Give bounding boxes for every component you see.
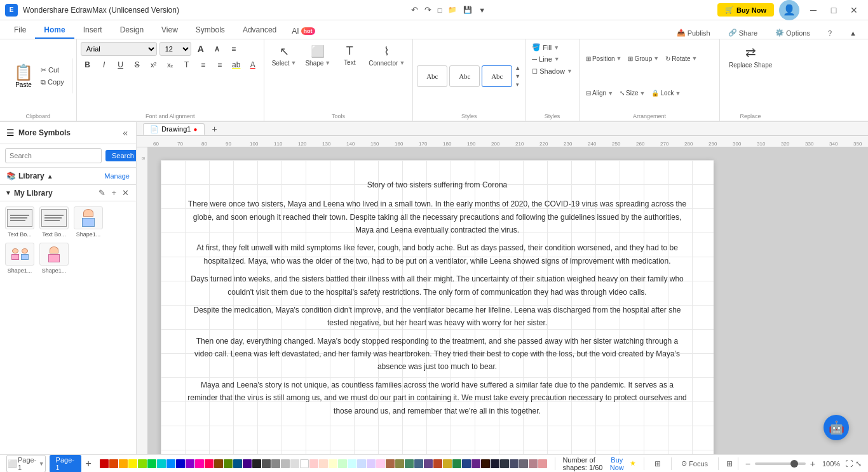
- focus-button[interactable]: ⊙ Focus: [679, 458, 710, 469]
- superscript-button[interactable]: x²: [147, 58, 161, 72]
- color-swatch-plum[interactable]: [424, 459, 433, 468]
- thumbnail-item-1[interactable]: Text Bo...: [5, 206, 34, 238]
- minimize-button[interactable]: ─: [804, 1, 822, 19]
- align-button[interactable]: ⊟ Align ▼: [583, 88, 616, 98]
- decrease-font-button[interactable]: A: [210, 42, 224, 56]
- color-swatch-mauve[interactable]: [519, 459, 528, 468]
- color-swatch-light-cyan[interactable]: [348, 459, 356, 468]
- user-avatar[interactable]: 👤: [779, 0, 799, 20]
- color-swatch-brown[interactable]: [214, 459, 223, 468]
- tab-design[interactable]: Design: [111, 22, 153, 39]
- tab-symbols[interactable]: Symbols: [187, 22, 234, 39]
- color-swatch-pink[interactable]: [195, 459, 204, 468]
- color-swatch-purple[interactable]: [186, 459, 194, 468]
- color-swatch-lighter-gray[interactable]: [290, 459, 299, 468]
- document-tab[interactable]: 📄 Drawing1 ●: [143, 123, 205, 135]
- layers-button[interactable]: ⊞: [652, 458, 663, 469]
- font-name-select[interactable]: Arial: [81, 42, 157, 56]
- sidebar-collapse-button[interactable]: «: [121, 127, 130, 138]
- options-button[interactable]: ⚙️ Options: [769, 27, 817, 39]
- shape-tool-button[interactable]: ⬜ Shape ▼: [301, 42, 334, 69]
- shadow-button[interactable]: ◻ Shadow ▼: [529, 65, 575, 76]
- rotate-button[interactable]: ↻ Rotate ▼: [663, 54, 700, 64]
- buy-now-button[interactable]: 🛒 Buy Now: [717, 3, 774, 17]
- color-swatch-violet[interactable]: [243, 459, 252, 468]
- color-swatch-green[interactable]: [147, 459, 156, 468]
- tab-home[interactable]: Home: [35, 22, 74, 39]
- paragraph-button[interactable]: T: [180, 58, 194, 72]
- zoom-out-button[interactable]: −: [743, 459, 752, 469]
- library-label[interactable]: 📚 Library ▲: [6, 172, 53, 180]
- color-swatch-gray[interactable]: [271, 459, 280, 468]
- swatch-up-button[interactable]: ▲: [514, 64, 521, 72]
- color-swatch-light-pink[interactable]: [309, 459, 318, 468]
- color-swatch-cream[interactable]: [329, 459, 337, 468]
- size-button[interactable]: ⤡ Size ▼: [617, 88, 648, 98]
- color-swatch-khaki[interactable]: [395, 459, 404, 468]
- color-swatch-lavender[interactable]: [357, 459, 366, 468]
- fill-button[interactable]: 🪣 Fill ▼: [529, 42, 562, 53]
- zoom-slider[interactable]: [755, 462, 806, 465]
- fullscreen-button[interactable]: ⛶: [845, 459, 853, 468]
- text-highlight-button[interactable]: ab: [229, 58, 243, 72]
- color-swatch-sienna[interactable]: [386, 459, 395, 468]
- help-button[interactable]: ?: [822, 27, 838, 39]
- color-swatch-teal2[interactable]: [233, 459, 242, 468]
- close-button[interactable]: ✕: [845, 1, 863, 19]
- paste-button[interactable]: 📋 Paste: [9, 61, 38, 91]
- color-swatch-navy[interactable]: [176, 459, 185, 468]
- redo-button[interactable]: ↷: [422, 4, 434, 16]
- search-input[interactable]: [5, 148, 102, 163]
- my-library-close-button[interactable]: ✕: [120, 187, 131, 198]
- color-swatch-dark-blue-gray[interactable]: [510, 459, 519, 468]
- color-swatch-blue[interactable]: [166, 459, 175, 468]
- color-swatch-mint[interactable]: [338, 459, 347, 468]
- undo-button[interactable]: ↶: [409, 4, 421, 16]
- group-button[interactable]: ⊞ Group ▼: [625, 54, 661, 64]
- italic-button[interactable]: I: [97, 58, 111, 72]
- color-swatch-light-rose[interactable]: [376, 459, 385, 468]
- color-swatch-forest[interactable]: [452, 459, 461, 468]
- copy-button[interactable]: ⧉ Copy: [38, 77, 67, 88]
- minimize-ribbon-button[interactable]: ▲: [843, 27, 863, 39]
- tab-view[interactable]: View: [153, 22, 187, 39]
- manage-button[interactable]: Manage: [104, 172, 130, 180]
- color-swatch-peach[interactable]: [319, 459, 328, 468]
- color-swatch-salmon[interactable]: [538, 459, 547, 468]
- bold-button[interactable]: B: [81, 58, 95, 72]
- quick-access-button[interactable]: ▼: [476, 5, 488, 15]
- align-button[interactable]: ≡: [227, 42, 241, 56]
- color-swatch-black[interactable]: [252, 459, 261, 468]
- thumbnail-item-5[interactable]: Shape1...: [39, 243, 69, 274]
- connector-tool-button[interactable]: ⌇ Connector ▼: [365, 42, 409, 69]
- zoom-slider-thumb[interactable]: [790, 460, 798, 468]
- color-swatch-orange[interactable]: [109, 459, 118, 468]
- color-swatch-dusty-pink[interactable]: [529, 459, 538, 468]
- color-swatch-light-gray[interactable]: [281, 459, 290, 468]
- color-swatch-steel-blue[interactable]: [414, 459, 423, 468]
- thumbnail-item-3[interactable]: Shape1...: [74, 206, 103, 238]
- maximize-button[interactable]: □: [825, 1, 843, 19]
- thumbnail-item-2[interactable]: Text Bo...: [39, 206, 69, 238]
- color-swatch-very-dark[interactable]: [481, 459, 490, 468]
- color-swatch-amber[interactable]: [119, 459, 128, 468]
- numbered-list-button[interactable]: ≡: [213, 58, 227, 72]
- swatch-down-button[interactable]: ▼: [514, 72, 521, 80]
- add-document-button[interactable]: +: [210, 124, 220, 134]
- color-swatch-red[interactable]: [100, 459, 109, 468]
- buy-now-status-button[interactable]: Buy Now: [609, 456, 625, 471]
- style-swatch-2[interactable]: Abc: [449, 65, 480, 87]
- bullet-list-button[interactable]: ≡: [196, 58, 210, 72]
- add-page-button[interactable]: +: [83, 458, 93, 469]
- page-tab-1[interactable]: Page-1: [50, 455, 82, 473]
- tab-file[interactable]: File: [5, 22, 35, 39]
- new-window-button[interactable]: □: [435, 5, 445, 15]
- color-swatch-yellow[interactable]: [128, 459, 137, 468]
- zoom-in-button[interactable]: +: [808, 459, 817, 469]
- color-swatch-lilac[interactable]: [367, 459, 376, 468]
- thumbnail-item-4[interactable]: Shape1...: [5, 243, 34, 274]
- color-swatch-sage[interactable]: [405, 459, 414, 468]
- canvas-scroll-area[interactable]: Story of two sisters suffering from Coro…: [148, 147, 868, 454]
- color-swatch-white[interactable]: [300, 459, 309, 468]
- text-tool-button[interactable]: T Text: [336, 42, 363, 69]
